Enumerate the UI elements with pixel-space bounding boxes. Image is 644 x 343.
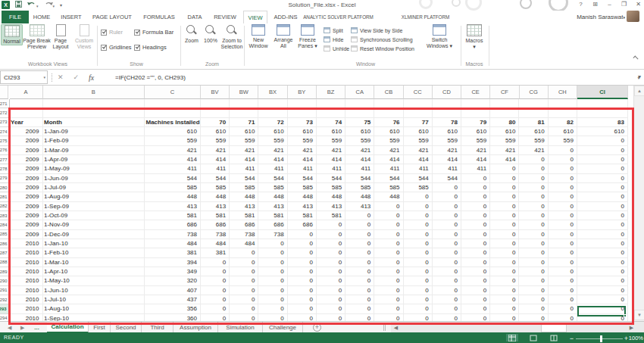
cell[interactable]: 2009	[10, 164, 43, 173]
row-header-293[interactable]: 293	[0, 304, 10, 313]
cell[interactable]: 448	[345, 192, 374, 201]
cell[interactable]: 448	[230, 192, 258, 201]
help-icon[interactable]: ?	[577, 1, 585, 8]
cell[interactable]: 411	[145, 164, 201, 173]
cell[interactable]	[404, 108, 433, 117]
cell[interactable]: 544	[230, 174, 258, 183]
cell[interactable]: 686	[145, 220, 201, 229]
cell[interactable]: 0	[490, 164, 519, 173]
cell[interactable]: 0	[201, 286, 230, 295]
cell[interactable]: 0	[404, 304, 433, 313]
cell[interactable]: 0	[288, 267, 317, 276]
cell[interactable]: 73	[288, 118, 317, 127]
cell[interactable]	[433, 99, 461, 108]
cell[interactable]: 0	[345, 286, 374, 295]
cell[interactable]: 0	[549, 192, 577, 201]
cell[interactable]: 2010	[10, 239, 43, 248]
cell[interactable]: 0	[490, 220, 519, 229]
cell[interactable]: 0	[433, 304, 461, 313]
cell[interactable]: 581	[288, 211, 317, 220]
cell[interactable]: 74	[317, 118, 345, 127]
cell[interactable]: 421	[201, 146, 230, 155]
cell[interactable]: 544	[345, 174, 374, 183]
cell[interactable]	[519, 108, 548, 117]
cell[interactable]	[490, 108, 519, 117]
row-header-278[interactable]: 278	[0, 164, 10, 173]
cell[interactable]: 559	[490, 136, 519, 145]
cell[interactable]: 0	[230, 304, 258, 313]
cell[interactable]: 0	[230, 295, 258, 304]
tabbar-scrollbar-divider[interactable]	[383, 324, 386, 331]
cell[interactable]: 0	[317, 220, 345, 229]
cell[interactable]: 610	[201, 127, 230, 136]
cell[interactable]: 581	[230, 211, 258, 220]
cell[interactable]: 0	[490, 248, 519, 257]
cell[interactable]: 0	[317, 230, 345, 239]
cell[interactable]: 381	[145, 248, 201, 257]
cell[interactable]	[145, 99, 201, 108]
cell[interactable]: 0	[433, 248, 461, 257]
ribbon-tab-review[interactable]: REVIEW	[212, 11, 238, 23]
synchronous-scrolling-button[interactable]: Synchronous Scrolling	[351, 36, 413, 42]
row-header-288[interactable]: 288	[0, 258, 10, 267]
cell[interactable]: 484	[230, 239, 258, 248]
custom-views-button[interactable]: Custom Views	[73, 24, 95, 51]
cell[interactable]: 448	[374, 192, 403, 201]
cell[interactable]: 414	[374, 155, 403, 164]
cell[interactable]: 0	[461, 239, 490, 248]
cell[interactable]: 0	[577, 192, 628, 201]
col-header-BW[interactable]: BW	[230, 86, 258, 99]
cell[interactable]: 0	[404, 239, 433, 248]
scroll-up-icon[interactable]: ▲	[634, 86, 644, 96]
cell[interactable]: 414	[288, 155, 317, 164]
cell[interactable]: 0	[288, 230, 317, 239]
cell[interactable]: 413	[258, 202, 287, 211]
cell[interactable]: 0	[201, 258, 230, 267]
cell[interactable]: 559	[461, 136, 490, 145]
cell[interactable]: 544	[374, 174, 403, 183]
hide-button[interactable]: Hide	[324, 36, 343, 42]
redo-icon[interactable]: ▾	[44, 1, 55, 9]
cell[interactable]: 0	[433, 183, 461, 192]
row-header-274[interactable]: 274	[0, 127, 10, 136]
cell[interactable]	[43, 99, 145, 108]
cell[interactable]: 0	[490, 211, 519, 220]
cell[interactable]: 559	[201, 136, 230, 145]
cell[interactable]: 0	[577, 202, 628, 211]
cell[interactable]: 0	[490, 258, 519, 267]
cell[interactable]: 0	[461, 304, 490, 313]
cell[interactable]: 2010	[10, 248, 43, 257]
cell[interactable]: 437	[145, 295, 201, 304]
cell[interactable]: 559	[145, 136, 201, 145]
cell[interactable]: 0	[490, 183, 519, 192]
row-header-275[interactable]: 275	[0, 136, 10, 145]
cell[interactable]: 0	[549, 276, 577, 285]
cell[interactable]: 421	[519, 146, 548, 155]
cell[interactable]: 0	[433, 220, 461, 229]
sheet-tab-calculation[interactable]: Calculation	[47, 322, 89, 333]
new-window-button[interactable]: NewWindow	[246, 24, 270, 50]
cell[interactable]: 0	[519, 295, 548, 304]
cell[interactable]: 686	[288, 220, 317, 229]
unhide-button[interactable]: Unhide	[324, 45, 349, 51]
cell[interactable]: 0	[345, 248, 374, 257]
cell[interactable]: 585	[258, 183, 287, 192]
cell[interactable]: 559	[404, 136, 433, 145]
cell[interactable]: 0	[461, 192, 490, 201]
cell[interactable]: 0	[433, 276, 461, 285]
cell[interactable]: 448	[258, 192, 287, 201]
cell[interactable]: 0	[461, 286, 490, 295]
formula-bar-expand-chevron[interactable]: ▾	[633, 70, 644, 86]
cell[interactable]	[549, 108, 577, 117]
cell[interactable]: 0	[549, 220, 577, 229]
cell[interactable]: 0	[461, 211, 490, 220]
cell[interactable]: 2009	[10, 220, 43, 229]
cell[interactable]: 2009	[10, 211, 43, 220]
cell[interactable]: 0	[577, 239, 628, 248]
cell[interactable]: 0	[549, 202, 577, 211]
cell[interactable]: 0	[374, 220, 403, 229]
cell[interactable]: 1-Feb-09	[43, 136, 145, 145]
cell[interactable]: 1-Aug-10	[43, 304, 145, 313]
ribbon-tab-xlminer-platform[interactable]: XLMINER PLATFORM	[395, 11, 455, 23]
cell[interactable]: 411	[317, 164, 345, 173]
